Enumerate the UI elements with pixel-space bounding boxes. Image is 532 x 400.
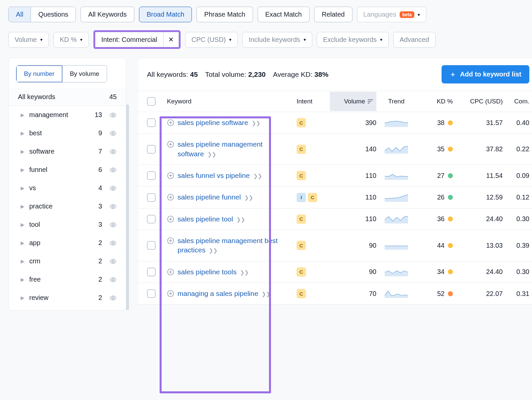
tab-broad-match[interactable]: Broad Match: [139, 7, 192, 22]
volume-cell: 110: [330, 194, 376, 201]
row-checkbox[interactable]: [147, 193, 156, 202]
scope-all[interactable]: All: [9, 7, 31, 22]
add-to-keyword-list-button[interactable]: ＋ Add to keyword list: [442, 65, 529, 83]
filter-intent-clear[interactable]: ✕: [163, 32, 179, 47]
chevron-right-icon: ▶: [21, 258, 25, 264]
eye-icon: [109, 294, 117, 302]
sidebar-item[interactable]: ▶tool3: [9, 215, 126, 234]
com-cell: 0.40: [503, 119, 529, 127]
com-cell: 0.39: [503, 242, 529, 249]
difficulty-dot: [448, 120, 453, 125]
keyword-link[interactable]: managing a sales pipeline ❯❯: [178, 289, 270, 298]
filter-advanced[interactable]: Advanced: [393, 32, 436, 48]
row-checkbox[interactable]: [147, 268, 156, 276]
add-circle-icon[interactable]: [167, 215, 174, 223]
filters-row: Volume▾ KD %▾ Intent: Commercial ✕ CPC (…: [8, 30, 524, 49]
intent-badge-c: C: [297, 267, 306, 277]
row-checkbox[interactable]: [147, 241, 156, 250]
add-circle-icon[interactable]: [167, 194, 174, 201]
sort-by-number[interactable]: By number: [16, 66, 62, 82]
add-circle-icon[interactable]: [167, 141, 174, 148]
scope-questions[interactable]: Questions: [31, 7, 75, 22]
col-kd[interactable]: KD %: [416, 98, 453, 105]
sidebar-item[interactable]: ▶practice3: [9, 197, 126, 215]
volume-cell: 390: [330, 119, 376, 127]
add-circle-icon[interactable]: [167, 237, 174, 244]
svg-point-6: [112, 224, 114, 225]
sidebar-item[interactable]: ▶best9: [9, 124, 126, 142]
add-circle-icon[interactable]: [167, 290, 174, 297]
filter-kd[interactable]: KD %▾: [54, 32, 89, 48]
intent-badge-c: C: [308, 193, 317, 202]
keyword-link[interactable]: sales funnel vs pipeline ❯❯: [178, 171, 262, 180]
sidebar-item[interactable]: ▶software7: [9, 142, 126, 161]
col-trend[interactable]: Trend: [376, 98, 416, 105]
filter-volume[interactable]: Volume▾: [8, 32, 49, 48]
sidebar-item[interactable]: ▶vs4: [9, 179, 126, 197]
sidebar-item[interactable]: ▶crm2: [9, 252, 126, 270]
sidebar-item-count: 2: [98, 239, 102, 247]
row-checkbox[interactable]: [147, 171, 156, 180]
eye-icon: [109, 185, 117, 192]
select-all-checkbox[interactable]: [147, 97, 156, 106]
sidebar-item[interactable]: ▶app2: [9, 234, 126, 252]
filter-cpc[interactable]: CPC (USD)▾: [185, 32, 238, 48]
chevron-down-icon: ▾: [229, 37, 231, 42]
add-circle-icon[interactable]: [167, 172, 174, 179]
cpc-cell: 22.07: [453, 290, 503, 298]
sidebar-item[interactable]: ▶funnel6: [9, 161, 126, 179]
sidebar-item[interactable]: ▶free2: [9, 270, 126, 289]
eye-icon: [109, 221, 117, 228]
sidebar-item[interactable]: ▶review2: [9, 289, 126, 307]
row-checkbox[interactable]: [147, 118, 156, 127]
chevron-right-icon: ▶: [21, 295, 25, 301]
tab-all-keywords[interactable]: All Keywords: [80, 7, 134, 22]
expand-icon: ❯❯: [207, 248, 217, 253]
row-checkbox[interactable]: [147, 289, 156, 298]
sidebar-item-count: 2: [98, 276, 102, 283]
intent-cell: C: [297, 267, 330, 277]
row-checkbox[interactable]: [147, 145, 156, 154]
cpc-cell: 24.40: [453, 268, 503, 276]
tab-related[interactable]: Related: [314, 7, 352, 22]
svg-point-10: [112, 297, 114, 299]
keyword-link[interactable]: sales pipeline management software ❯❯: [178, 140, 292, 159]
keyword-link[interactable]: sales pipeline software ❯❯: [178, 118, 260, 127]
volume-cell: 140: [330, 145, 376, 153]
chevron-right-icon: ▶: [21, 149, 25, 155]
col-com[interactable]: Com.: [503, 98, 529, 105]
col-keyword[interactable]: Keyword: [167, 98, 297, 105]
sidebar-item-count: 13: [95, 111, 102, 119]
intent-cell: IC: [297, 193, 330, 202]
intent-badge-c: C: [297, 214, 306, 224]
sidebar-item-label: software: [29, 148, 94, 155]
expand-icon: ❯❯: [250, 120, 260, 126]
col-intent[interactable]: Intent: [297, 98, 330, 105]
filter-intent-label: Intent: Commercial: [95, 32, 163, 47]
intent-badge-c: C: [297, 241, 306, 250]
intent-badge-c: C: [297, 145, 306, 154]
keyword-link[interactable]: sales pipeline tool ❯❯: [178, 214, 245, 224]
table-header: Keyword Intent Volume Trend KD % CPC (US…: [138, 91, 532, 112]
tab-phrase-match[interactable]: Phrase Match: [197, 7, 253, 22]
filter-intent-chip: Intent: Commercial ✕: [93, 30, 181, 49]
keyword-link[interactable]: sales pipeline management best practices…: [178, 236, 292, 255]
row-checkbox[interactable]: [147, 215, 156, 223]
expand-icon: ❯❯: [243, 195, 253, 200]
sort-by-volume[interactable]: By volume: [62, 66, 107, 82]
tab-exact-match[interactable]: Exact Match: [258, 7, 310, 22]
filter-exclude[interactable]: Exclude keywords▾: [317, 32, 389, 48]
keyword-link[interactable]: sales pipeline tools ❯❯: [178, 267, 249, 277]
col-cpc[interactable]: CPC (USD): [453, 98, 503, 105]
filter-include[interactable]: Include keywords▾: [242, 32, 312, 48]
col-volume[interactable]: Volume: [330, 92, 376, 111]
add-circle-icon[interactable]: [167, 119, 174, 126]
sidebar-item[interactable]: ▶management13: [9, 106, 126, 124]
add-circle-icon[interactable]: [167, 268, 174, 276]
difficulty-dot: [448, 291, 453, 296]
sidebar-head-count: 45: [109, 93, 117, 101]
com-cell: 0.09: [503, 172, 529, 180]
languages-dropdown[interactable]: Languages beta ▾: [357, 7, 427, 22]
keyword-link[interactable]: sales pipeline funnel ❯❯: [178, 193, 253, 202]
svg-point-1: [112, 133, 114, 134]
